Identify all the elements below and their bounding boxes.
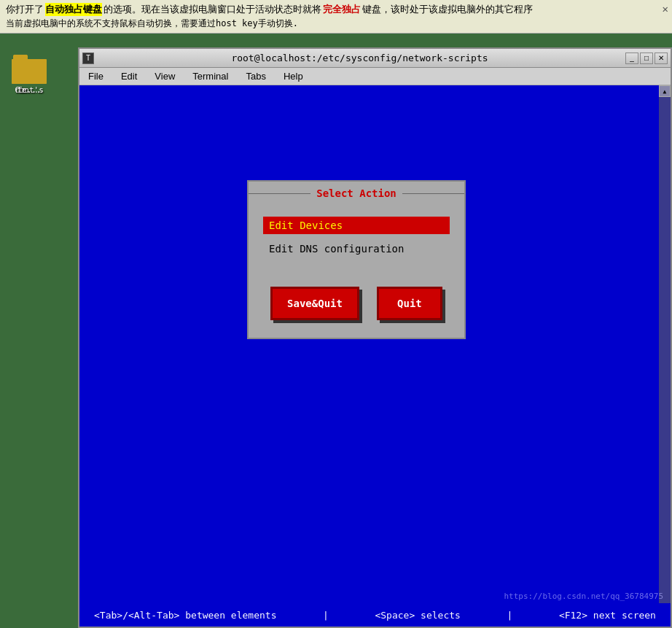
status-bar: <Tab>/<Alt-Tab> between elements | <Spac… [79,603,671,627]
menu-terminal[interactable]: Terminal [190,69,231,83]
desktop-icon-3[interactable]: te... [4,55,55,95]
window-title: root@localhost:/etc/sysconfig/network-sc… [94,53,625,63]
window-close-button[interactable]: ✕ [655,53,668,64]
dialog-title-bar: Select Action [249,182,464,205]
terminal-window: T root@localhost:/etc/sysconfig/network-… [78,47,672,628]
menu-bar: File Edit View Terminal Tabs Help [79,68,671,85]
url-watermark: https://blog.csdn.net/qq_36784975 [504,592,663,601]
status-separator-1: | [323,610,329,621]
dialog-buttons: Save&Quit Quit [263,287,450,320]
notification-line2: 当前虚拟电脑中的系统不支持鼠标自动切换，需要通过host key手动切换. [6,18,666,30]
save-quit-btn-wrapper: Save&Quit [270,287,359,320]
option-edit-dns[interactable]: Edit DNS configuration [263,240,450,257]
dialog-title: Select Action [310,187,402,199]
menu-view[interactable]: View [152,69,178,83]
menu-edit[interactable]: Edit [118,69,140,83]
select-action-dialog: Select Action Edit Devices Edit DNS conf… [247,180,466,339]
notif-text-1: 你打开了 [6,3,44,16]
save-quit-button[interactable]: Save&Quit [270,287,359,320]
window-controls: _ □ ✕ [625,53,668,64]
notification-bar: 你打开了 自动独占键盘 的选项。现在当该虚拟电脑窗口处于活动状态时就将 完全独占… [0,0,672,34]
menu-tabs[interactable]: Tabs [243,69,268,83]
window-icon: T [82,53,94,64]
notif-highlight-2: 完全独占 [323,3,361,16]
folder-icon-3 [12,55,47,84]
option-edit-devices[interactable]: Edit Devices [263,217,450,234]
minimize-button[interactable]: _ [625,53,638,64]
desktop-icons-area: Con... root's Tr... te... [0,47,80,628]
menu-help[interactable]: Help [281,69,306,83]
scrollbar[interactable]: ▲ ▼ [659,85,671,627]
notif-line2-text: 当前虚拟电脑中的系统不支持鼠标自动切换，需要通过host key手动切换. [6,18,298,28]
window-titlebar: T root@localhost:/etc/sysconfig/network-… [79,49,671,68]
desktop-icon-label-3: te... [17,85,41,95]
status-tab-hint: <Tab>/<Alt-Tab> between elements [94,610,276,621]
scroll-track [659,97,671,615]
status-space-hint: <Space> selects [375,610,460,621]
scroll-up-button[interactable]: ▲ [659,85,671,97]
status-f12-hint: <F12> next screen [559,610,656,621]
menu-file[interactable]: File [85,69,106,83]
desktop: 你打开了 自动独占键盘 的选项。现在当该虚拟电脑窗口处于活动状态时就将 完全独占… [0,0,672,628]
quit-btn-wrapper: Quit [377,287,442,320]
notification-line1: 你打开了 自动独占键盘 的选项。现在当该虚拟电脑窗口处于活动状态时就将 完全独占… [6,3,666,16]
window-icon-label: T [86,54,90,62]
status-separator-2: | [507,610,512,621]
maximize-button[interactable]: □ [640,53,653,64]
dialog-content: Edit Devices Edit DNS configuration Save… [249,205,464,338]
notif-text-2: 的选项。现在当该虚拟电脑窗口处于活动状态时就将 [103,3,321,16]
notif-text-3: 键盘，该时处于该虚拟电脑外的其它程序 [362,3,533,16]
notification-close-button[interactable]: ✕ [663,2,668,17]
terminal-content: ▲ ▼ Select Action Edit Devices Edit DNS … [79,85,671,627]
quit-button[interactable]: Quit [377,287,442,320]
notif-highlight-1: 自动独占键盘 [45,3,102,16]
